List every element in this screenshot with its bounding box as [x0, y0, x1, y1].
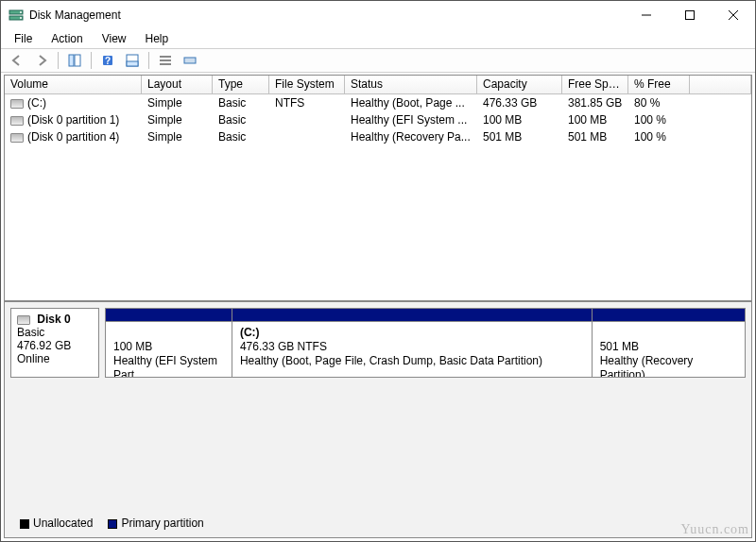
- svg-rect-16: [160, 63, 171, 65]
- window-title: Disk Management: [29, 8, 625, 22]
- col-layout[interactable]: Layout: [142, 76, 213, 93]
- col-status[interactable]: Status: [345, 76, 477, 93]
- toolbar-separator: [91, 52, 92, 69]
- svg-rect-15: [160, 59, 171, 61]
- refresh-button[interactable]: [122, 50, 143, 71]
- partition-block[interactable]: 501 MBHealthy (Recovery Partition): [592, 308, 746, 378]
- volume-rows: (C:)SimpleBasicNTFSHealthy (Boot, Page .…: [5, 94, 751, 300]
- svg-rect-17: [184, 58, 196, 63]
- legend: Unallocated Primary partition: [10, 515, 746, 532]
- disk-management-window: Disk Management File Action View Help ? …: [0, 0, 756, 542]
- menu-action[interactable]: Action: [43, 31, 90, 46]
- svg-rect-5: [686, 11, 695, 20]
- col-spacer: [690, 76, 751, 93]
- volume-list-header: Volume Layout Type File System Status Ca…: [5, 76, 751, 94]
- partitions: 100 MBHealthy (EFI System Part(C:)476.33…: [105, 308, 746, 378]
- volume-row[interactable]: (C:)SimpleBasicNTFSHealthy (Boot, Page .…: [5, 94, 751, 111]
- col-pctfree[interactable]: % Free: [628, 76, 690, 93]
- partition-bar: [593, 309, 745, 322]
- toolbar-separator: [148, 52, 149, 69]
- back-button[interactable]: [7, 50, 27, 71]
- svg-point-2: [20, 11, 22, 13]
- toolbar: ?: [1, 48, 755, 73]
- volume-list: Volume Layout Type File System Status Ca…: [4, 75, 752, 301]
- partition-bar: [232, 309, 592, 322]
- graphical-view: Disk 0 Basic 476.92 GB Online 100 MBHeal…: [4, 301, 752, 538]
- disk-icon: [17, 315, 30, 325]
- disk-state: Online: [17, 352, 50, 365]
- volume-icon: [10, 99, 24, 109]
- disk-size: 476.92 GB: [17, 339, 71, 352]
- volume-icon: [10, 133, 24, 143]
- partition-block[interactable]: (C:)476.33 GB NTFSHealthy (Boot, Page Fi…: [232, 308, 593, 378]
- show-hide-tree-button[interactable]: [64, 50, 85, 71]
- menu-view[interactable]: View: [94, 31, 134, 46]
- col-filesystem[interactable]: File System: [269, 76, 345, 93]
- titlebar: Disk Management: [1, 1, 755, 29]
- svg-rect-9: [75, 55, 80, 66]
- toolbar-separator: [58, 52, 59, 69]
- col-volume[interactable]: Volume: [5, 76, 142, 93]
- unallocated-swatch: [20, 519, 29, 529]
- col-free[interactable]: Free Spa...: [562, 76, 628, 93]
- help-button[interactable]: ?: [97, 50, 118, 71]
- legend-unallocated-label: Unallocated: [33, 517, 93, 530]
- volume-row[interactable]: (Disk 0 partition 4)SimpleBasicHealthy (…: [5, 128, 751, 145]
- svg-rect-8: [69, 55, 74, 66]
- col-type[interactable]: Type: [213, 76, 269, 93]
- app-icon: [9, 8, 24, 23]
- menu-file[interactable]: File: [7, 31, 40, 46]
- menu-help[interactable]: Help: [138, 31, 177, 46]
- volume-row[interactable]: (Disk 0 partition 1)SimpleBasicHealthy (…: [5, 111, 751, 128]
- partition-block[interactable]: 100 MBHealthy (EFI System Part: [105, 308, 232, 378]
- primary-swatch: [108, 519, 117, 529]
- disk-type: Basic: [17, 326, 44, 339]
- legend-primary: Primary partition: [108, 517, 203, 530]
- watermark: Yuucn.com: [681, 522, 749, 537]
- svg-point-3: [20, 17, 22, 19]
- legend-unallocated: Unallocated: [20, 517, 93, 530]
- svg-rect-14: [160, 56, 171, 58]
- legend-primary-label: Primary partition: [121, 517, 203, 530]
- disk-row: Disk 0 Basic 476.92 GB Online 100 MBHeal…: [10, 308, 746, 378]
- list-view-button[interactable]: [155, 50, 176, 71]
- maximize-button[interactable]: [668, 1, 712, 29]
- close-button[interactable]: [712, 1, 755, 29]
- menubar: File Action View Help: [1, 29, 755, 48]
- svg-text:?: ?: [105, 56, 111, 66]
- disk-info[interactable]: Disk 0 Basic 476.92 GB Online: [10, 308, 99, 378]
- col-capacity[interactable]: Capacity: [477, 76, 562, 93]
- detail-view-button[interactable]: [180, 50, 200, 71]
- minimize-button[interactable]: [625, 1, 668, 29]
- forward-button[interactable]: [31, 50, 52, 71]
- svg-rect-13: [127, 61, 138, 66]
- partition-bar: [106, 309, 232, 322]
- volume-icon: [10, 116, 24, 126]
- disk-name: Disk 0: [37, 313, 70, 326]
